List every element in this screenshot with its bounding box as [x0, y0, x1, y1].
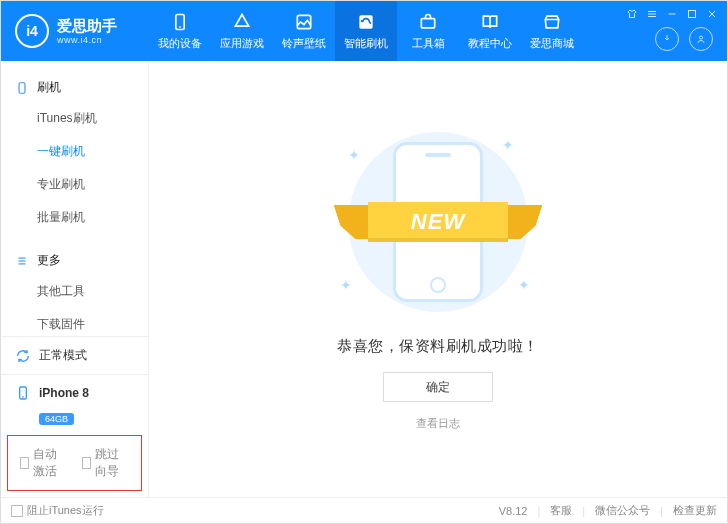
phone-icon: [170, 12, 190, 32]
tab-flash[interactable]: 智能刷机: [335, 1, 397, 61]
close-button[interactable]: [705, 7, 719, 21]
sidebar-item-oneclick-flash[interactable]: 一键刷机: [1, 135, 148, 168]
refresh-icon: [15, 348, 31, 364]
tab-label: 爱思商城: [530, 36, 574, 51]
svg-rect-4: [421, 18, 434, 27]
sparkle-icon: ✦: [502, 137, 514, 153]
svg-rect-13: [19, 82, 25, 93]
logo-mark: i4: [15, 14, 49, 48]
new-ribbon: NEW: [353, 197, 523, 247]
wechat-link[interactable]: 微信公众号: [595, 503, 650, 518]
tab-label: 智能刷机: [344, 36, 388, 51]
tab-toolbox[interactable]: 工具箱: [397, 1, 459, 61]
shirt-icon[interactable]: [625, 7, 639, 21]
ribbon-text: NEW: [368, 202, 508, 242]
device-name: iPhone 8: [39, 386, 89, 400]
sidebar-item-batch-flash[interactable]: 批量刷机: [1, 201, 148, 234]
phone-outline-icon: [15, 81, 29, 95]
success-illustration: ✦ ✦ ✦ ✦ NEW: [328, 127, 548, 317]
tab-store[interactable]: 爱思商城: [521, 1, 583, 61]
sidebar-item-itunes-flash[interactable]: iTunes刷机: [1, 102, 148, 135]
sidebar-item-other-tools[interactable]: 其他工具: [1, 275, 148, 308]
device-row[interactable]: iPhone 8: [1, 375, 148, 411]
block-itunes-checkbox[interactable]: 阻止iTunes运行: [11, 503, 104, 518]
success-message: 恭喜您，保资料刷机成功啦！: [337, 337, 539, 356]
tab-label: 工具箱: [412, 36, 445, 51]
main-content: ✦ ✦ ✦ ✦ NEW 恭喜您，保资料刷机成功啦！ 确定 查看日志: [149, 61, 727, 497]
view-log-link[interactable]: 查看日志: [416, 416, 460, 431]
checkbox-label: 自动激活: [33, 446, 67, 480]
user-button[interactable]: [689, 27, 713, 51]
sidebar-item-pro-flash[interactable]: 专业刷机: [1, 168, 148, 201]
mode-label: 正常模式: [39, 347, 87, 364]
tab-label: 应用游戏: [220, 36, 264, 51]
tab-label: 铃声壁纸: [282, 36, 326, 51]
apps-icon: [232, 12, 252, 32]
version-label: V8.12: [499, 505, 528, 517]
sidebar-group-flash: 刷机: [1, 73, 148, 102]
app-name: 爱思助手: [57, 17, 117, 35]
tab-label: 教程中心: [468, 36, 512, 51]
device-mode[interactable]: 正常模式: [1, 337, 148, 374]
checkbox-label: 阻止iTunes运行: [27, 503, 104, 518]
sidebar-group-more: 更多: [1, 246, 148, 275]
app-url: www.i4.cn: [57, 35, 117, 46]
flash-icon: [356, 12, 376, 32]
sidebar: 刷机 iTunes刷机 一键刷机 专业刷机 批量刷机 更多 其他工具 下载固件 …: [1, 61, 149, 497]
sidebar-group-label: 更多: [37, 252, 61, 269]
app-header: i4 爱思助手 www.i4.cn 我的设备 应用游戏 铃声壁纸 智能刷机: [1, 1, 727, 61]
download-button[interactable]: [655, 27, 679, 51]
minimize-button[interactable]: [665, 7, 679, 21]
tab-my-device[interactable]: 我的设备: [149, 1, 211, 61]
sidebar-group-label: 刷机: [37, 79, 61, 96]
tab-tutorials[interactable]: 教程中心: [459, 1, 521, 61]
maximize-button[interactable]: [685, 7, 699, 21]
options-row: 自动激活 跳过向导: [7, 435, 142, 491]
store-icon: [542, 12, 562, 32]
check-update-link[interactable]: 检查更新: [673, 503, 717, 518]
book-icon: [480, 12, 500, 32]
support-link[interactable]: 客服: [550, 503, 572, 518]
sparkle-icon: ✦: [340, 277, 352, 293]
sparkle-icon: ✦: [348, 147, 360, 163]
list-icon: [15, 254, 29, 268]
toolbox-icon: [418, 12, 438, 32]
svg-rect-9: [689, 11, 696, 18]
auto-activate-checkbox[interactable]: 自动激活: [20, 446, 68, 480]
app-logo: i4 爱思助手 www.i4.cn: [1, 1, 149, 61]
skip-guide-checkbox[interactable]: 跳过向导: [82, 446, 130, 480]
main-tabs: 我的设备 应用游戏 铃声壁纸 智能刷机 工具箱 教程中心: [149, 1, 625, 61]
svg-point-12: [700, 36, 703, 39]
ok-button[interactable]: 确定: [383, 372, 493, 402]
menu-icon[interactable]: [645, 7, 659, 21]
wallpaper-icon: [294, 12, 314, 32]
storage-badge: 64GB: [39, 413, 74, 425]
tab-ringtones[interactable]: 铃声壁纸: [273, 1, 335, 61]
svg-rect-3: [359, 15, 372, 28]
checkbox-label: 跳过向导: [95, 446, 129, 480]
sidebar-item-download-firmware[interactable]: 下载固件: [1, 308, 148, 336]
device-icon: [15, 385, 31, 401]
tab-label: 我的设备: [158, 36, 202, 51]
sparkle-icon: ✦: [518, 277, 530, 293]
tab-apps[interactable]: 应用游戏: [211, 1, 273, 61]
status-bar: 阻止iTunes运行 V8.12 | 客服 | 微信公众号 | 检查更新: [1, 497, 727, 523]
